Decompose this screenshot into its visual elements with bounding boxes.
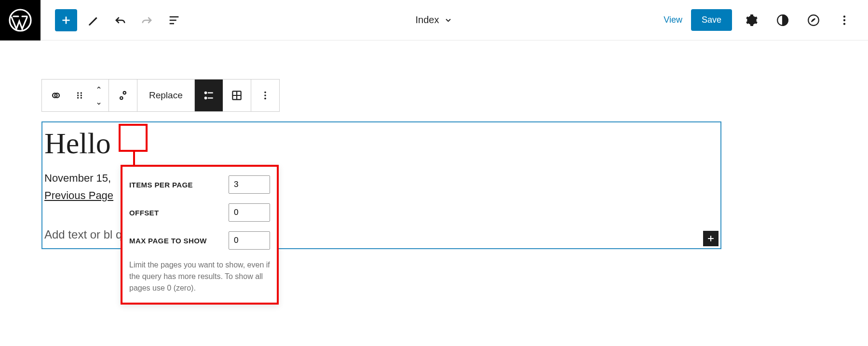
offset-label: Offset bbox=[129, 209, 159, 217]
list-view-button[interactable] bbox=[163, 9, 185, 31]
editor-topbar: Index View Save bbox=[0, 0, 868, 40]
svg-point-12 bbox=[123, 92, 126, 94]
more-options-button[interactable] bbox=[833, 9, 855, 31]
svg-point-7 bbox=[77, 94, 79, 96]
redo-button[interactable] bbox=[136, 9, 158, 31]
view-link[interactable]: View bbox=[664, 15, 682, 25]
wordpress-logo[interactable] bbox=[0, 0, 41, 40]
svg-point-8 bbox=[77, 97, 79, 98]
svg-point-9 bbox=[81, 92, 82, 93]
offset-input[interactable] bbox=[229, 203, 270, 222]
svg-point-18 bbox=[264, 94, 266, 96]
move-down-button[interactable] bbox=[89, 95, 108, 111]
styles-button[interactable] bbox=[772, 9, 794, 31]
items-per-page-input[interactable] bbox=[229, 175, 270, 194]
items-per-page-label: Items per Page bbox=[129, 181, 193, 189]
post-title[interactable]: Hello bbox=[42, 122, 720, 160]
svg-point-4 bbox=[843, 19, 845, 21]
query-loop-icon[interactable] bbox=[42, 80, 70, 111]
svg-point-10 bbox=[81, 94, 82, 96]
topbar-left-controls bbox=[41, 9, 185, 31]
template-title-text: Index bbox=[416, 14, 439, 26]
template-title-dropdown[interactable]: Index bbox=[416, 14, 453, 26]
svg-point-15 bbox=[205, 97, 206, 99]
svg-point-13 bbox=[120, 97, 122, 99]
block-more-options[interactable] bbox=[251, 80, 279, 111]
replace-button[interactable]: Replace bbox=[137, 80, 194, 111]
settings-button[interactable] bbox=[741, 9, 763, 31]
list-layout-button[interactable] bbox=[195, 80, 223, 111]
move-arrows bbox=[89, 80, 108, 111]
previous-page-link[interactable]: Previous Page bbox=[42, 185, 113, 202]
add-block-button[interactable] bbox=[55, 9, 77, 31]
navigation-button[interactable] bbox=[802, 9, 825, 31]
save-button[interactable]: Save bbox=[691, 9, 732, 31]
svg-point-19 bbox=[264, 98, 266, 100]
editor-canvas: Replace Hello November 15, Previous Page… bbox=[0, 40, 868, 249]
display-settings-button[interactable] bbox=[109, 80, 137, 111]
grid-layout-button[interactable] bbox=[223, 80, 251, 111]
svg-point-14 bbox=[205, 92, 206, 93]
chevron-down-icon bbox=[444, 16, 452, 25]
move-up-button[interactable] bbox=[89, 80, 108, 95]
edit-mode-button[interactable] bbox=[82, 9, 104, 31]
svg-point-6 bbox=[77, 92, 79, 93]
max-pages-help-text: Limit the pages you want to show, even i… bbox=[129, 259, 270, 294]
svg-point-11 bbox=[81, 97, 82, 98]
svg-point-17 bbox=[264, 92, 266, 93]
max-pages-input[interactable] bbox=[229, 231, 270, 250]
undo-button[interactable] bbox=[109, 9, 131, 31]
max-pages-label: Max page to show bbox=[129, 237, 207, 245]
drag-handle[interactable] bbox=[70, 80, 89, 111]
svg-point-5 bbox=[843, 23, 845, 25]
topbar-right-controls: View Save bbox=[664, 9, 868, 31]
display-settings-popover: Items per Page Offset Max page to show L… bbox=[121, 165, 279, 305]
append-block-button[interactable] bbox=[703, 231, 719, 246]
svg-point-3 bbox=[843, 15, 845, 17]
block-toolbar: Replace bbox=[41, 79, 280, 112]
